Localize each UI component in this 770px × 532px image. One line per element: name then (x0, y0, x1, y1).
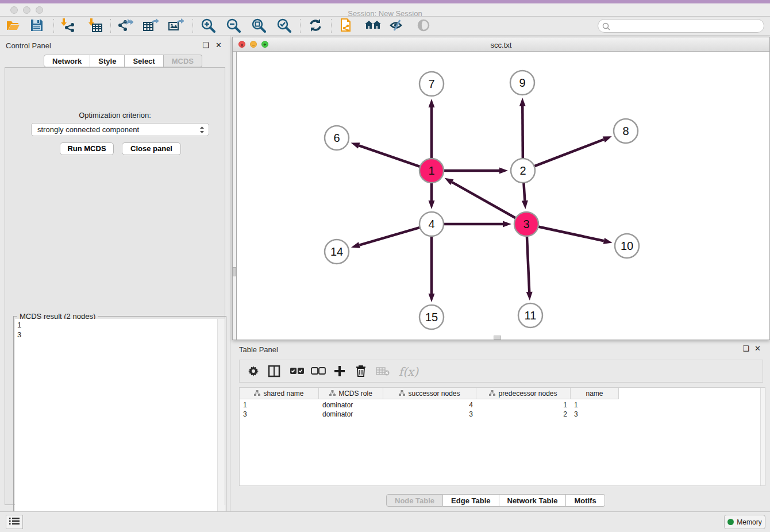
copy-network-icon (340, 17, 355, 35)
main-toolbar (0, 17, 770, 36)
function-builder-button[interactable]: f(x) (396, 363, 421, 380)
network-window-titlebar[interactable]: x – + scc.txt (233, 37, 769, 52)
graph-node-11[interactable]: 11 (518, 303, 542, 327)
result-scrollbar[interactable] (217, 319, 225, 531)
open-session-button[interactable] (3, 18, 24, 34)
graph-node-15[interactable]: 15 (419, 305, 444, 329)
svg-text:2: 2 (519, 164, 526, 177)
table-cell[interactable]: 1 (571, 400, 619, 410)
node-table: shared nameMCDS rolesuccessor nodesprede… (239, 387, 765, 486)
tab-mcds[interactable]: MCDS (164, 55, 202, 67)
export-image-button[interactable] (165, 18, 186, 34)
task-history-button[interactable] (6, 515, 23, 529)
tab-network[interactable]: Network (44, 55, 90, 67)
graph-edge-2-9[interactable] (522, 106, 523, 159)
select-all-checks-button[interactable] (288, 363, 306, 380)
search-field[interactable] (598, 19, 764, 33)
float-table-panel-icon[interactable]: ❑ (742, 344, 749, 353)
network-vertical-scrollbar[interactable] (233, 52, 237, 340)
import-table-button[interactable] (85, 18, 106, 34)
graph-arrowhead-2-9 (519, 98, 526, 106)
criterion-dropdown[interactable]: strongly connected component (31, 123, 209, 136)
delete-column-icon (356, 365, 366, 379)
network-canvas[interactable]: 7968124314101511 (233, 52, 769, 340)
show-all-button[interactable] (413, 18, 434, 34)
table-cell[interactable]: 3 (383, 410, 476, 419)
column-visibility-button[interactable] (265, 363, 283, 380)
graph-edge-1-6[interactable] (359, 145, 420, 167)
tab-select[interactable]: Select (125, 55, 163, 67)
horizontal-scroll-thumb[interactable] (494, 336, 501, 340)
graph-edge-3-11[interactable] (527, 236, 529, 292)
graph-node-14[interactable]: 14 (325, 240, 349, 264)
graph-node-4[interactable]: 4 (419, 212, 444, 236)
column-header-shared-name[interactable]: shared name (240, 388, 319, 399)
graph-edge-3-10[interactable] (538, 226, 604, 241)
add-column-button[interactable] (330, 363, 349, 380)
close-table-panel-icon[interactable]: ✕ (754, 344, 761, 353)
toolbar-separator (331, 19, 332, 33)
deselect-all-checks-button[interactable] (309, 363, 328, 380)
table-settings-button[interactable] (244, 363, 263, 380)
zoom-in-button[interactable] (198, 18, 218, 34)
table-scrollbar[interactable] (760, 388, 765, 485)
export-network-button[interactable] (115, 18, 136, 34)
close-panel-icon[interactable]: ✕ (215, 41, 222, 49)
mcds-result-text[interactable]: 1 3 (15, 319, 217, 531)
zoom-out-button[interactable] (223, 18, 244, 34)
table-cell[interactable]: 1 (240, 400, 319, 410)
graph-node-10[interactable]: 10 (615, 234, 639, 258)
tab-node-table[interactable]: Node Table (386, 494, 443, 507)
vertical-scroll-thumb[interactable] (233, 267, 236, 276)
tab-motifs[interactable]: Motifs (566, 494, 605, 507)
graph-arrowhead-1-6 (351, 142, 360, 148)
table-cell[interactable]: 2 (476, 410, 571, 419)
copy-network-button[interactable] (337, 18, 357, 34)
graph-node-6[interactable]: 6 (325, 126, 349, 150)
hide-selected-icon (389, 18, 405, 34)
graph-node-1[interactable]: 1 (419, 159, 444, 183)
graph-edge-3-1[interactable] (452, 182, 516, 218)
tab-edge-table[interactable]: Edge Table (443, 494, 499, 507)
table-cell[interactable]: 3 (571, 410, 619, 419)
table-cell[interactable]: 4 (383, 400, 476, 410)
tab-network-table[interactable]: Network Table (499, 494, 567, 507)
graph-node-2[interactable]: 2 (511, 159, 535, 183)
svg-text:8: 8 (622, 125, 629, 137)
graph-node-8[interactable]: 8 (614, 119, 638, 143)
column-header-MCDS-role[interactable]: MCDS role (319, 388, 383, 399)
graph-node-7[interactable]: 7 (419, 72, 444, 96)
graph-node-9[interactable]: 9 (510, 71, 534, 95)
refresh-layout-button[interactable] (305, 18, 326, 34)
table-cell[interactable]: 1 (476, 400, 571, 410)
zoom-selected-button[interactable] (274, 18, 294, 34)
import-network-button[interactable] (57, 18, 78, 34)
float-panel-icon[interactable]: ❑ (202, 41, 209, 49)
export-table-button[interactable] (140, 18, 161, 34)
table-row[interactable]: 3dominator323 (240, 410, 619, 419)
delete-column-button[interactable] (352, 363, 370, 380)
delete-table-button[interactable] (374, 363, 392, 380)
graph-node-3[interactable]: 3 (514, 212, 538, 236)
memory-button[interactable]: Memory (724, 515, 765, 529)
hide-selected-button[interactable] (387, 18, 407, 34)
run-mcds-button[interactable]: Run MCDS (60, 142, 114, 155)
tab-style[interactable]: Style (90, 55, 125, 67)
table-cell[interactable]: 3 (240, 410, 319, 419)
graph-edge-4-14[interactable] (359, 228, 419, 245)
graph-edge-2-3[interactable] (523, 183, 525, 201)
column-header-predecessor-nodes[interactable]: predecessor nodes (476, 388, 571, 399)
column-header-successor-nodes[interactable]: successor nodes (383, 388, 476, 399)
graph-edge-2-8[interactable] (534, 140, 604, 167)
table-cell[interactable]: dominator (319, 400, 383, 410)
column-header-name[interactable]: name (571, 388, 619, 399)
table-cell[interactable]: dominator (319, 410, 383, 419)
table-row[interactable]: 1dominator411 (240, 400, 619, 410)
svg-text:9: 9 (519, 76, 525, 89)
first-neighbors-button[interactable] (363, 18, 383, 34)
zoom-in-icon (201, 18, 215, 34)
close-panel-button[interactable]: Close panel (122, 142, 181, 155)
save-session-button[interactable] (26, 18, 47, 34)
zoom-fit-button[interactable] (248, 18, 269, 34)
search-input[interactable] (613, 21, 760, 31)
